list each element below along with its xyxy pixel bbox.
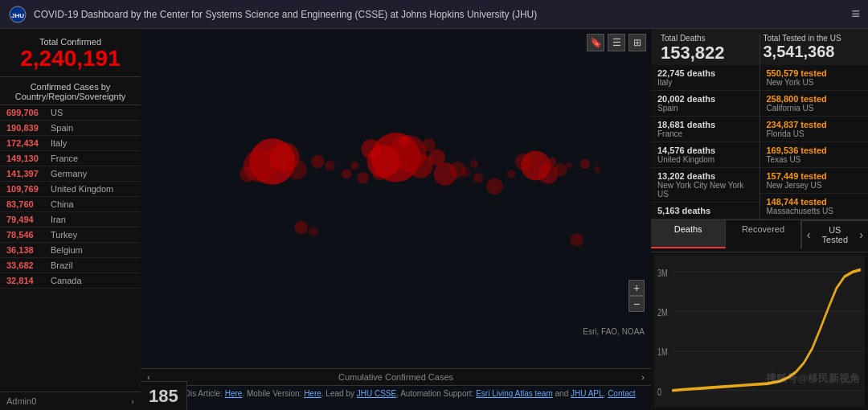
country-count: 109,769 (6, 184, 51, 194)
death-location: France (657, 129, 753, 138)
esri-link[interactable]: Esri Living Atlas team (476, 389, 553, 398)
admin-label: Admin0 (6, 396, 36, 406)
svg-text:JHU: JHU (11, 12, 24, 19)
tested-tab-label: US Tested (815, 221, 854, 248)
svg-point-32 (548, 158, 556, 166)
list-item: 258,800 testedCalifornia US (760, 91, 869, 117)
tested-location: New Jersey US (767, 181, 862, 190)
cases-by-country-header: Confirmed Cases byCountry/Region/Soverei… (0, 77, 141, 105)
deaths-value: 153,822 (661, 43, 756, 64)
svg-point-39 (461, 167, 470, 177)
deaths-tab-recovered[interactable]: Recovered (726, 220, 800, 248)
svg-point-22 (309, 227, 318, 236)
svg-point-34 (580, 159, 590, 169)
map-footer: Lancet Inf Dis Article: Here. Mobile Ver… (141, 385, 651, 410)
svg-point-19 (287, 160, 307, 180)
list-item[interactable]: 78,546 Turkey (0, 228, 141, 243)
mobile-link[interactable]: Here (304, 389, 321, 398)
zoom-in-button[interactable]: + (628, 280, 645, 296)
svg-text:0: 0 (657, 386, 661, 397)
svg-text:3M: 3M (657, 267, 668, 278)
scroll-arrow-icon[interactable]: › (131, 396, 134, 406)
tested-count: 157,449 tested (767, 171, 862, 181)
death-count: 18,681 deaths (657, 120, 753, 129)
svg-point-15 (486, 178, 502, 194)
tested-list: 550,579 testedNew York US258,800 testedC… (760, 65, 869, 219)
deaths-tab-deaths[interactable]: Deaths (651, 220, 726, 248)
svg-point-28 (507, 170, 515, 178)
article-link[interactable]: Here (225, 389, 243, 398)
tested-count: 234,837 tested (767, 120, 862, 129)
bookmark-icon[interactable]: 🔖 (587, 34, 604, 51)
list-item: 18,681 deathsFrance (651, 117, 760, 142)
tested-value: 3,541,368 (764, 43, 859, 61)
country-name: France (51, 154, 78, 163)
sidebar: Total Confirmed 2,240,191 Confirmed Case… (0, 29, 141, 410)
country-name: US (51, 108, 63, 117)
svg-point-7 (361, 139, 381, 159)
svg-point-36 (311, 155, 324, 168)
jhu-apl-link[interactable]: JHU APL (571, 389, 604, 398)
country-list: 699,706 US190,839 Spain172,434 Italy149,… (0, 105, 141, 392)
list-item: 169,536 testedTexas US (760, 142, 869, 168)
svg-point-13 (515, 154, 531, 170)
deaths-section: Total Deaths 153,822 Total Tested in the… (651, 29, 868, 252)
list-item[interactable]: 32,814 Canada (0, 273, 141, 289)
article-number: 185 (141, 381, 187, 410)
deaths-label: Total Deaths (661, 34, 756, 43)
death-location: United Kingdom (657, 155, 753, 164)
country-count: 83,760 (6, 199, 51, 209)
svg-point-29 (422, 138, 435, 151)
tested-count: 258,800 tested (767, 94, 862, 104)
tested-col: Total Tested in the US 3,541,368 (760, 34, 862, 64)
tested-location: California US (767, 104, 862, 113)
country-name: China (51, 199, 74, 209)
zoom-out-button[interactable]: − (628, 296, 645, 312)
map-nav-next-icon[interactable]: › (641, 372, 645, 382)
death-count: 22,745 deaths (657, 68, 753, 78)
tested-tabs: ‹ US Tested › (801, 220, 868, 248)
country-name: Iran (51, 215, 66, 224)
sidebar-footer: Admin0 › (0, 392, 141, 410)
tested-prev-icon[interactable]: ‹ (802, 225, 816, 244)
list-item[interactable]: 109,769 United Kingdom (0, 182, 141, 197)
list-item[interactable]: 33,682 Brazil (0, 258, 141, 273)
deaths-col: Total Deaths 153,822 (657, 34, 760, 64)
map-canvas[interactable]: Esri, FAO, NOAA + − (141, 29, 651, 368)
list-item: 20,002 deathsSpain (651, 91, 760, 117)
list-item[interactable]: 141,397 Germany (0, 166, 141, 182)
country-name: Brazil (51, 260, 73, 270)
chart-section: 3M 2M 1M 0 搜狐号@移民新视角 (651, 252, 868, 410)
menu-icon[interactable]: ≡ (851, 6, 860, 23)
svg-point-24 (342, 169, 351, 178)
list-item[interactable]: 699,706 US (0, 105, 141, 121)
list-item[interactable]: 36,138 Belgium (0, 243, 141, 258)
total-confirmed-value: 2,240,191 (8, 47, 133, 72)
list-item[interactable]: 149,130 France (0, 151, 141, 166)
jhu-csse-link[interactable]: JHU CSSE (357, 389, 396, 398)
list-item: 550,579 testedNew York US (760, 65, 869, 91)
grid-icon[interactable]: ⊞ (628, 34, 646, 51)
death-count: 5,163 deaths (657, 206, 753, 215)
list-item[interactable]: 79,494 Iran (0, 212, 141, 228)
svg-point-30 (399, 136, 409, 146)
map-footer-text: Lancet Inf Dis Article: Here. Mobile Ver… (147, 389, 645, 407)
map-navigation: ‹ Cumulative Confirmed Cases › (141, 368, 651, 385)
svg-rect-2 (141, 67, 651, 330)
tested-next-icon[interactable]: › (854, 225, 868, 244)
country-name: Belgium (51, 245, 83, 255)
svg-point-37 (325, 161, 334, 170)
svg-point-38 (470, 160, 478, 168)
country-name: Canada (51, 276, 82, 285)
list-item[interactable]: 190,839 Spain (0, 121, 141, 136)
death-location: Italy (657, 78, 753, 87)
country-name: Turkey (51, 230, 77, 240)
list-icon[interactable]: ☰ (608, 34, 625, 51)
map-area: 🔖 ☰ ⊞ (141, 29, 651, 410)
list-item[interactable]: 172,434 Italy (0, 136, 141, 151)
list-item: 5,163 deaths (651, 203, 760, 219)
country-count: 172,434 (6, 138, 51, 148)
list-item[interactable]: 83,760 China (0, 197, 141, 212)
tested-count: 550,579 tested (767, 68, 862, 78)
death-count: 20,002 deaths (657, 94, 753, 104)
